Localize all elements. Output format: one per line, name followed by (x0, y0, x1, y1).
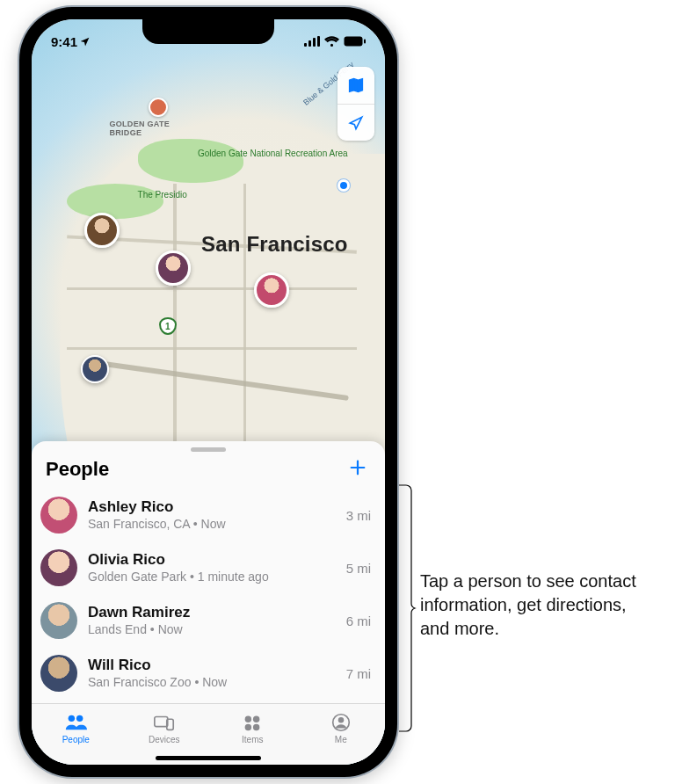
person-distance: 6 mi (346, 613, 371, 628)
svg-rect-0 (304, 43, 307, 47)
tab-items[interactable]: Items (208, 704, 297, 752)
my-location-dot[interactable] (338, 179, 350, 192)
wifi-icon (324, 36, 339, 47)
svg-rect-2 (313, 38, 316, 47)
person-row[interactable]: Olivia Rico Golden Gate Park • 1 minute … (32, 541, 385, 594)
avatar (40, 602, 77, 639)
phone-notch (142, 19, 274, 44)
status-time: 9:41 (51, 34, 77, 49)
person-row[interactable]: Dawn Ramirez Lands End • Now 6 mi (32, 594, 385, 647)
me-icon (330, 713, 352, 732)
items-icon (241, 713, 264, 732)
svg-point-7 (76, 715, 83, 721)
svg-rect-8 (155, 716, 168, 726)
avatar (40, 497, 77, 534)
plus-icon (348, 458, 367, 477)
person-row[interactable]: Will Rico San Francisco Zoo • Now 7 mi (32, 647, 385, 700)
golden-gate-bridge-pin[interactable] (149, 98, 168, 117)
person-name: Ashley Rico (88, 498, 339, 516)
svg-point-15 (338, 716, 345, 722)
svg-rect-5 (364, 40, 366, 44)
svg-point-13 (253, 723, 259, 730)
battery-icon (344, 36, 366, 47)
avatar (40, 549, 77, 586)
recenter-button[interactable] (338, 104, 374, 141)
avatar (40, 655, 77, 692)
person-distance: 3 mi (346, 508, 371, 523)
location-arrow-icon (347, 114, 365, 132)
tab-devices[interactable]: Devices (120, 704, 209, 752)
phone-screen: 9:41 1 (32, 19, 385, 765)
tab-label: Items (242, 735, 263, 744)
map-icon (347, 76, 365, 94)
svg-rect-3 (317, 36, 320, 47)
person-row[interactable]: Ashley Rico San Francisco, CA • Now 3 mi (32, 489, 385, 541)
person-name: Will Rico (88, 657, 339, 674)
location-indicator-icon (79, 36, 91, 47)
tab-people[interactable]: People (32, 704, 120, 752)
svg-rect-4 (345, 37, 363, 47)
person-sublabel: San Francisco, CA • Now (88, 517, 339, 532)
person-distance: 5 mi (346, 561, 371, 576)
people-icon (64, 713, 87, 732)
svg-point-10 (245, 715, 251, 722)
callout-bracket (397, 485, 415, 731)
tab-label: Me (335, 735, 347, 744)
person-name: Olivia Rico (88, 551, 339, 569)
person-name: Dawn Ramirez (88, 604, 339, 621)
person-pin[interactable] (81, 355, 109, 383)
person-sublabel: Golden Gate Park • 1 minute ago (88, 570, 339, 584)
golden-gate-bridge-label: GOLDEN GATE BRIDGE (109, 120, 170, 137)
callout-text: Tap a person to see contact information,… (420, 570, 656, 641)
sheet-title: People (46, 458, 109, 481)
svg-rect-1 (308, 40, 311, 47)
person-pin[interactable] (156, 250, 191, 286)
tab-label: People (62, 735, 90, 744)
svg-point-11 (253, 715, 259, 722)
person-sublabel: San Francisco Zoo • Now (88, 675, 339, 690)
person-sublabel: Lands End • Now (88, 622, 339, 637)
cellular-icon (304, 36, 320, 47)
phone-frame: 9:41 1 (19, 7, 397, 777)
tab-me[interactable]: Me (297, 704, 386, 752)
add-person-button[interactable] (345, 457, 371, 482)
map-controls (338, 67, 374, 141)
presidio-label: The Presidio (138, 191, 187, 200)
svg-point-12 (245, 723, 251, 730)
ggnra-label: Golden Gate National Recreation Area (198, 149, 348, 159)
svg-point-6 (69, 715, 75, 721)
sheet-grabber[interactable] (191, 447, 226, 452)
devices-icon (153, 713, 176, 732)
map-mode-button[interactable] (338, 67, 374, 104)
person-distance: 7 mi (346, 666, 371, 681)
tab-label: Devices (149, 735, 180, 744)
city-label: San Francisco (201, 232, 348, 257)
home-indicator[interactable] (156, 756, 261, 760)
